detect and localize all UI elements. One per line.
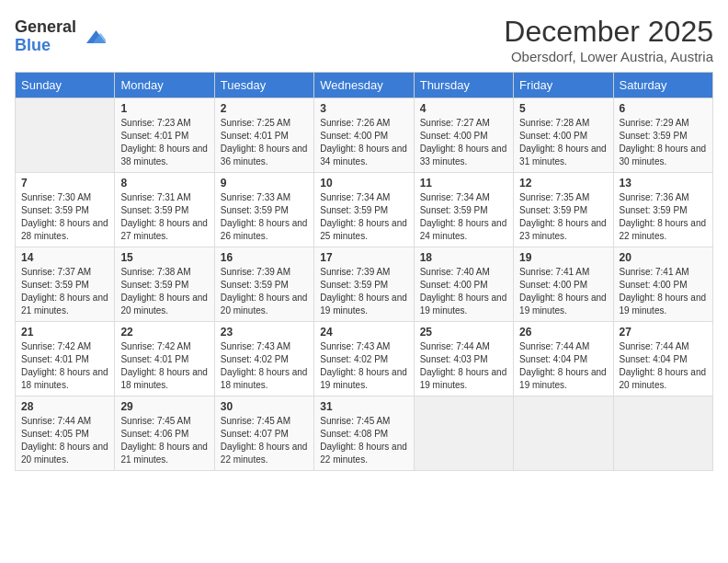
- day-info: Sunrise: 7:40 AMSunset: 4:00 PMDaylight:…: [420, 266, 507, 317]
- day-cell: 21 Sunrise: 7:42 AMSunset: 4:01 PMDaylig…: [16, 322, 115, 396]
- day-info: Sunrise: 7:36 AMSunset: 3:59 PMDaylight:…: [620, 191, 707, 243]
- day-cell: 15 Sunrise: 7:38 AMSunset: 3:59 PMDaylig…: [115, 247, 214, 322]
- day-info: Sunrise: 7:43 AMSunset: 4:02 PMDaylight:…: [320, 340, 407, 392]
- day-number: 8: [120, 177, 208, 190]
- day-info: Sunrise: 7:44 AMSunset: 4:04 PMDaylight:…: [620, 340, 707, 392]
- day-header-saturday: Saturday: [613, 73, 712, 98]
- day-info: Sunrise: 7:37 AMSunset: 3:59 PMDaylight:…: [21, 266, 108, 317]
- day-info: Sunrise: 7:30 AMSunset: 3:59 PMDaylight:…: [21, 191, 108, 243]
- logo-icon: [80, 24, 106, 50]
- day-cell: 20 Sunrise: 7:41 AMSunset: 4:00 PMDaylig…: [613, 247, 712, 322]
- day-number: 3: [320, 102, 407, 115]
- day-number: 16: [221, 251, 308, 264]
- day-number: 10: [320, 177, 407, 190]
- month-title: December 2025: [504, 15, 713, 49]
- day-header-tuesday: Tuesday: [214, 73, 313, 98]
- day-number: 26: [519, 326, 607, 339]
- day-number: 23: [221, 326, 308, 339]
- day-cell: 5 Sunrise: 7:28 AMSunset: 4:00 PMDayligh…: [514, 98, 613, 173]
- day-number: 15: [120, 251, 208, 264]
- day-cell: 16 Sunrise: 7:39 AMSunset: 3:59 PMDaylig…: [214, 247, 313, 322]
- day-cell: 23 Sunrise: 7:43 AMSunset: 4:02 PMDaylig…: [214, 322, 313, 396]
- day-number: 21: [21, 326, 108, 339]
- day-cell: 9 Sunrise: 7:33 AMSunset: 3:59 PMDayligh…: [214, 173, 313, 247]
- day-cell: 10 Sunrise: 7:34 AMSunset: 3:59 PMDaylig…: [314, 173, 414, 247]
- subtitle: Obersdorf, Lower Austria, Austria: [504, 49, 713, 64]
- day-cell: [414, 396, 513, 471]
- day-info: Sunrise: 7:26 AMSunset: 4:00 PMDaylight:…: [320, 117, 407, 168]
- day-info: Sunrise: 7:35 AMSunset: 3:59 PMDaylight:…: [519, 191, 607, 243]
- day-cell: 12 Sunrise: 7:35 AMSunset: 3:59 PMDaylig…: [514, 173, 613, 247]
- title-section: December 2025 Obersdorf, Lower Austria, …: [504, 15, 713, 64]
- day-cell: 18 Sunrise: 7:40 AMSunset: 4:00 PMDaylig…: [414, 247, 513, 322]
- day-info: Sunrise: 7:29 AMSunset: 3:59 PMDaylight:…: [620, 117, 707, 168]
- day-info: Sunrise: 7:38 AMSunset: 3:59 PMDaylight:…: [120, 266, 208, 317]
- day-cell: 2 Sunrise: 7:25 AMSunset: 4:01 PMDayligh…: [214, 98, 313, 173]
- day-number: 17: [320, 251, 407, 264]
- day-info: Sunrise: 7:42 AMSunset: 4:01 PMDaylight:…: [120, 340, 208, 392]
- day-cell: 4 Sunrise: 7:27 AMSunset: 4:00 PMDayligh…: [414, 98, 513, 173]
- day-cell: 28 Sunrise: 7:44 AMSunset: 4:05 PMDaylig…: [16, 396, 115, 471]
- day-number: 14: [21, 251, 108, 264]
- day-number: 5: [519, 102, 607, 115]
- day-number: 1: [120, 102, 208, 115]
- day-header-monday: Monday: [115, 73, 214, 98]
- day-info: Sunrise: 7:27 AMSunset: 4:00 PMDaylight:…: [420, 117, 507, 168]
- day-number: 20: [620, 251, 707, 264]
- day-header-friday: Friday: [514, 73, 613, 98]
- day-info: Sunrise: 7:34 AMSunset: 3:59 PMDaylight:…: [420, 191, 507, 243]
- day-cell: 19 Sunrise: 7:41 AMSunset: 4:00 PMDaylig…: [514, 247, 613, 322]
- day-info: Sunrise: 7:43 AMSunset: 4:02 PMDaylight:…: [221, 340, 308, 392]
- week-row-5: 28 Sunrise: 7:44 AMSunset: 4:05 PMDaylig…: [16, 396, 713, 471]
- day-cell: 7 Sunrise: 7:30 AMSunset: 3:59 PMDayligh…: [16, 173, 115, 247]
- day-number: 28: [21, 400, 108, 413]
- day-number: 19: [519, 251, 607, 264]
- week-row-1: 1 Sunrise: 7:23 AMSunset: 4:01 PMDayligh…: [16, 98, 713, 173]
- day-number: 4: [420, 102, 507, 115]
- week-row-4: 21 Sunrise: 7:42 AMSunset: 4:01 PMDaylig…: [16, 322, 713, 396]
- day-info: Sunrise: 7:45 AMSunset: 4:06 PMDaylight:…: [120, 415, 208, 466]
- day-info: Sunrise: 7:39 AMSunset: 3:59 PMDaylight:…: [320, 266, 407, 317]
- day-number: 12: [519, 177, 607, 190]
- day-number: 18: [420, 251, 507, 264]
- day-cell: 3 Sunrise: 7:26 AMSunset: 4:00 PMDayligh…: [314, 98, 414, 173]
- day-cell: 13 Sunrise: 7:36 AMSunset: 3:59 PMDaylig…: [613, 173, 712, 247]
- day-number: 13: [620, 177, 707, 190]
- day-cell: [613, 396, 712, 471]
- header-row: SundayMondayTuesdayWednesdayThursdayFrid…: [16, 73, 713, 98]
- day-cell: 24 Sunrise: 7:43 AMSunset: 4:02 PMDaylig…: [314, 322, 414, 396]
- day-number: 30: [221, 400, 308, 413]
- logo-general: General: [15, 18, 76, 37]
- day-info: Sunrise: 7:33 AMSunset: 3:59 PMDaylight:…: [221, 191, 308, 243]
- day-number: 27: [620, 326, 707, 339]
- day-info: Sunrise: 7:45 AMSunset: 4:07 PMDaylight:…: [221, 415, 308, 466]
- day-info: Sunrise: 7:42 AMSunset: 4:01 PMDaylight:…: [21, 340, 108, 392]
- day-number: 9: [221, 177, 308, 190]
- day-cell: 17 Sunrise: 7:39 AMSunset: 3:59 PMDaylig…: [314, 247, 414, 322]
- calendar-table: SundayMondayTuesdayWednesdayThursdayFrid…: [15, 72, 713, 471]
- day-info: Sunrise: 7:31 AMSunset: 3:59 PMDaylight:…: [120, 191, 208, 243]
- day-cell: 25 Sunrise: 7:44 AMSunset: 4:03 PMDaylig…: [414, 322, 513, 396]
- day-info: Sunrise: 7:23 AMSunset: 4:01 PMDaylight:…: [120, 117, 208, 168]
- day-cell: 22 Sunrise: 7:42 AMSunset: 4:01 PMDaylig…: [115, 322, 214, 396]
- day-number: 11: [420, 177, 507, 190]
- day-number: 24: [320, 326, 407, 339]
- day-info: Sunrise: 7:44 AMSunset: 4:04 PMDaylight:…: [519, 340, 607, 392]
- day-cell: 1 Sunrise: 7:23 AMSunset: 4:01 PMDayligh…: [115, 98, 214, 173]
- day-cell: 29 Sunrise: 7:45 AMSunset: 4:06 PMDaylig…: [115, 396, 214, 471]
- day-info: Sunrise: 7:39 AMSunset: 3:59 PMDaylight:…: [221, 266, 308, 317]
- day-info: Sunrise: 7:25 AMSunset: 4:01 PMDaylight:…: [221, 117, 308, 168]
- day-number: 2: [221, 102, 308, 115]
- day-cell: [514, 396, 613, 471]
- day-cell: 27 Sunrise: 7:44 AMSunset: 4:04 PMDaylig…: [613, 322, 712, 396]
- day-header-wednesday: Wednesday: [314, 73, 414, 98]
- day-info: Sunrise: 7:45 AMSunset: 4:08 PMDaylight:…: [320, 415, 407, 466]
- page-header: General Blue December 2025 Obersdorf, Lo…: [15, 15, 713, 64]
- day-cell: 8 Sunrise: 7:31 AMSunset: 3:59 PMDayligh…: [115, 173, 214, 247]
- day-info: Sunrise: 7:34 AMSunset: 3:59 PMDaylight:…: [320, 191, 407, 243]
- day-cell: 6 Sunrise: 7:29 AMSunset: 3:59 PMDayligh…: [613, 98, 712, 173]
- day-number: 7: [21, 177, 108, 190]
- day-cell: 14 Sunrise: 7:37 AMSunset: 3:59 PMDaylig…: [16, 247, 115, 322]
- day-info: Sunrise: 7:41 AMSunset: 4:00 PMDaylight:…: [620, 266, 707, 317]
- day-info: Sunrise: 7:41 AMSunset: 4:00 PMDaylight:…: [519, 266, 607, 317]
